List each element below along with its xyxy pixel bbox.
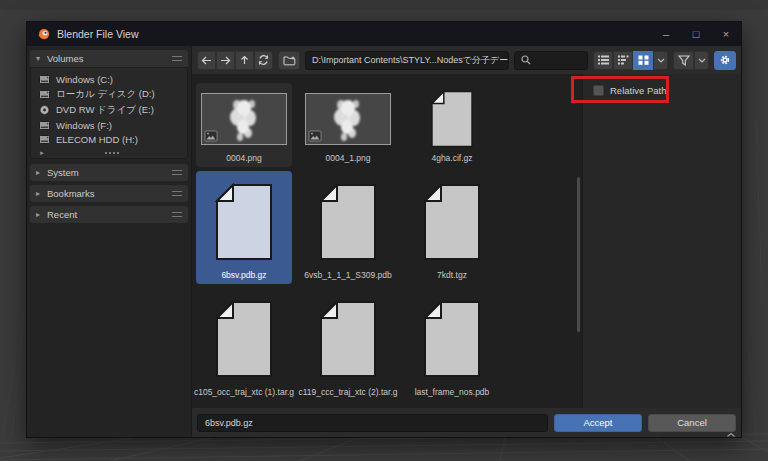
file-icon — [421, 300, 483, 378]
maximize-button[interactable]: □ — [681, 22, 711, 46]
file-thumbnail — [300, 291, 396, 386]
file-list-area: 0004.png0004_1.png4gha.cif.gz6bsv.pdb.gz… — [192, 74, 582, 408]
file-thumbnail — [196, 291, 292, 386]
chevron-down-icon — [698, 58, 706, 63]
image-thumbnail — [305, 93, 391, 145]
title-bar[interactable]: Blender File View – □ × — [27, 22, 741, 46]
volume-label: Windows (C:) — [56, 74, 113, 85]
file-name-label: 7kdt.tgz — [437, 269, 467, 282]
corner-arrow-icon: ► — [39, 150, 45, 156]
thumbnail-view-button[interactable] — [633, 51, 653, 70]
relative-path-option: Relative Path — [593, 85, 667, 96]
cancel-button[interactable]: Cancel — [648, 414, 736, 432]
drive-icon — [39, 121, 50, 130]
file-name-label: 0004_1.png — [326, 152, 371, 165]
display-size-dropdown[interactable] — [653, 51, 668, 70]
file-item[interactable]: 6bsv.pdb.gz — [196, 171, 292, 284]
filename-input[interactable]: 6bsv.pdb.gz — [197, 414, 548, 432]
drive-icon — [39, 75, 50, 84]
disc-icon — [39, 105, 50, 115]
file-item[interactable]: 4gha.cif.gz — [404, 83, 500, 167]
drive-icon — [39, 90, 50, 99]
minimize-button[interactable]: – — [651, 22, 681, 46]
file-dialog-footer: 6bsv.pdb.gz Accept Cancel — [192, 408, 741, 437]
sidebar-panel-bookmarks[interactable]: ▸ Bookmarks — [30, 185, 188, 202]
back-button[interactable] — [197, 51, 216, 70]
file-thumbnail — [196, 86, 292, 152]
close-button[interactable]: × — [711, 22, 741, 46]
gear-icon — [719, 54, 731, 66]
chevron-right-icon: ▸ — [36, 189, 47, 198]
relative-path-checkbox[interactable] — [593, 85, 604, 96]
blender-logo-icon — [37, 28, 50, 41]
file-name-label: 4gha.cif.gz — [431, 152, 472, 165]
file-icon — [213, 300, 275, 378]
panel-label: Volumes — [47, 53, 83, 64]
file-name-label: 6vsb_1_1_1_S309.pdb — [304, 269, 391, 282]
volume-item[interactable]: DVD RW ドライブ (E:) — [31, 102, 187, 118]
filter-dropdown[interactable] — [694, 51, 709, 70]
volume-item[interactable]: Windows (C:) — [31, 72, 187, 86]
refresh-button[interactable] — [254, 51, 273, 70]
volume-label: ローカル ディスク (D:) — [56, 88, 155, 101]
panel-label: System — [47, 167, 79, 178]
sidebar-panel-volumes[interactable]: ▾ Volumes — [30, 50, 188, 67]
file-item[interactable]: c119_ccc_traj_xtc (2).tar.g — [300, 288, 396, 401]
file-item[interactable]: 0004_1.png — [300, 83, 396, 167]
search-input[interactable] — [514, 51, 588, 70]
accept-button[interactable]: Accept — [554, 414, 642, 432]
file-icon — [213, 183, 275, 261]
filter-buttons — [673, 51, 709, 70]
grip-icon — [172, 56, 182, 61]
panel-label: Recent — [47, 209, 77, 220]
file-item[interactable]: last_frame_nos.pdb — [404, 288, 500, 401]
display-mode-buttons — [593, 51, 668, 70]
vertical-list-view-button[interactable] — [593, 51, 613, 70]
file-name-label: 0004.png — [226, 152, 261, 165]
panel-label: Bookmarks — [47, 188, 95, 199]
volume-label: ELECOM HDD (H:) — [56, 134, 138, 145]
file-icon — [317, 300, 379, 378]
sidebar-panel-recent[interactable]: ▸ Recent — [30, 206, 188, 223]
parent-directory-button[interactable] — [235, 51, 254, 70]
volume-item[interactable]: ELECOM HDD (H:) — [31, 132, 187, 146]
file-item[interactable]: c105_occ_traj_xtc (1).tar.g — [196, 288, 292, 401]
file-icon — [429, 90, 475, 148]
file-item[interactable]: 6vsb_1_1_1_S309.pdb — [300, 171, 396, 284]
horizontal-list-view-button[interactable] — [613, 51, 633, 70]
volume-item[interactable]: ローカル ディスク (D:) — [31, 86, 187, 102]
sidebar: ▾ Volumes Windows (C:)ローカル ディスク (D:)DVD … — [27, 46, 192, 437]
vertical-scrollbar[interactable] — [577, 177, 580, 332]
file-name-label: 6bsv.pdb.gz — [221, 269, 266, 282]
volume-item[interactable]: Windows (F:) — [31, 118, 187, 132]
search-icon — [521, 55, 531, 65]
file-thumbnail — [300, 174, 396, 269]
file-item[interactable]: 7kdt.tgz — [404, 171, 500, 284]
chevron-down-icon: ▾ — [36, 54, 47, 63]
funnel-icon — [678, 55, 690, 66]
operator-options-panel: Relative Path — [582, 74, 741, 408]
file-grid: 0004.png0004_1.png4gha.cif.gz6bsv.pdb.gz… — [196, 83, 582, 401]
sidebar-panel-system[interactable]: ▸ System — [30, 164, 188, 181]
settings-button[interactable] — [714, 51, 736, 70]
window-controls: – □ × — [651, 22, 741, 46]
forward-button[interactable] — [216, 51, 235, 70]
chevron-right-icon: ▸ — [36, 168, 47, 177]
filter-button[interactable] — [673, 51, 694, 70]
resize-grip-icon[interactable] — [104, 151, 120, 155]
file-thumbnail — [300, 86, 396, 152]
file-item[interactable]: 0004.png — [196, 83, 292, 167]
create-directory-button[interactable] — [278, 51, 300, 70]
file-thumbnail — [404, 291, 500, 386]
image-thumbnail — [201, 93, 287, 145]
file-thumbnail — [196, 174, 292, 269]
collapse-options-chevron-icon[interactable] — [726, 432, 736, 438]
grip-icon — [172, 212, 182, 217]
path-field[interactable]: D:\Important Contents\STYLY...Nodesで分子デー… — [305, 51, 509, 70]
relative-path-label: Relative Path — [610, 85, 667, 96]
navigation-buttons — [197, 51, 273, 70]
chevron-down-icon — [657, 58, 665, 63]
volumes-list-footer: ► — [31, 148, 187, 157]
file-name-label: c105_occ_traj_xtc (1).tar.g — [194, 386, 294, 399]
file-icon — [421, 183, 483, 261]
